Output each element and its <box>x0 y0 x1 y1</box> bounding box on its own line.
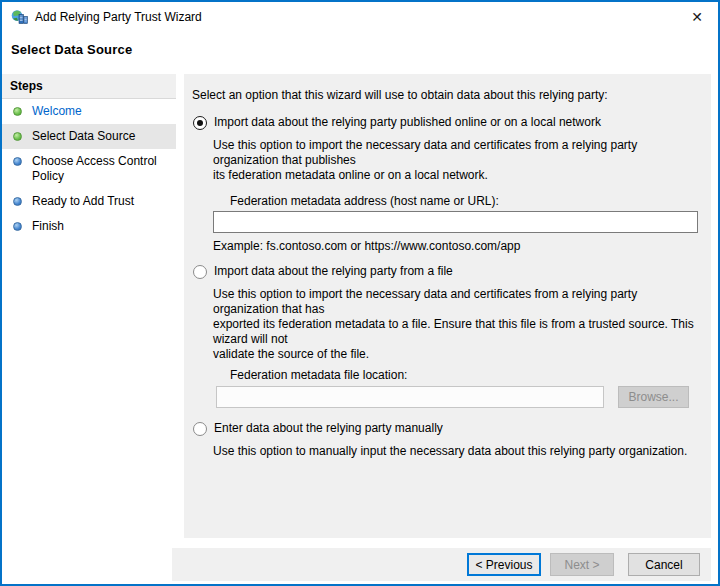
option-description: Use this option to manually input the ne… <box>213 444 703 459</box>
radio-import-online[interactable] <box>193 116 207 130</box>
metadata-address-example: Example: fs.contoso.com or https://www.c… <box>213 239 703 254</box>
metadata-file-input <box>216 386 604 408</box>
cancel-button[interactable]: Cancel <box>628 553 700 576</box>
option-enter-manually[interactable]: Enter data about the relying party manua… <box>192 421 703 436</box>
sidebar-item-welcome[interactable]: Welcome <box>2 99 176 124</box>
data-source-panel: Select an option that this wizard will u… <box>184 74 711 538</box>
step-label: Ready to Add Trust <box>32 194 134 208</box>
radio-enter-manually[interactable] <box>193 422 207 436</box>
metadata-address-input[interactable] <box>213 211 698 233</box>
wizard-window: Add Relying Party Trust Wizard ✕ Select … <box>0 0 720 586</box>
close-icon[interactable]: ✕ <box>687 7 707 27</box>
step-todo-bullet-icon <box>13 197 22 206</box>
metadata-address-label: Federation metadata address (host name o… <box>230 194 703 209</box>
option-import-file[interactable]: Import data about the relying party from… <box>192 264 703 279</box>
wizard-button-bar: < Previous Next > Cancel <box>172 548 711 581</box>
adfs-app-icon <box>11 9 28 25</box>
sidebar-item-choose-access-control-policy: Choose Access Control Policy <box>2 149 176 189</box>
step-done-bullet-icon <box>13 107 22 116</box>
option-label: Enter data about the relying party manua… <box>214 421 443 436</box>
steps-heading: Steps <box>2 74 176 99</box>
option-import-online[interactable]: Import data about the relying party publ… <box>192 115 703 130</box>
option-label: Import data about the relying party publ… <box>214 115 601 130</box>
step-label: Select Data Source <box>32 129 135 143</box>
steps-sidebar: Steps Welcome Select Data Source Choose … <box>2 74 176 582</box>
titlebar: Add Relying Party Trust Wizard ✕ <box>2 2 718 32</box>
metadata-file-label: Federation metadata file location: <box>230 368 703 383</box>
radio-import-file[interactable] <box>193 265 207 279</box>
step-label: Finish <box>32 219 64 233</box>
sidebar-item-ready-to-add-trust: Ready to Add Trust <box>2 189 176 214</box>
previous-button[interactable]: < Previous <box>467 553 541 576</box>
page-title: Select Data Source <box>11 42 132 57</box>
option-label: Import data about the relying party from… <box>214 264 453 279</box>
browse-button: Browse... <box>618 386 689 408</box>
step-done-bullet-icon <box>13 132 22 141</box>
option-description: Use this option to import the necessary … <box>213 287 703 362</box>
sidebar-item-select-data-source: Select Data Source <box>2 124 176 149</box>
step-todo-bullet-icon <box>13 222 22 231</box>
next-button: Next > <box>550 553 614 576</box>
panel-intro-text: Select an option that this wizard will u… <box>192 88 703 103</box>
step-todo-bullet-icon <box>13 157 22 166</box>
step-label: Choose Access Control Policy <box>32 154 157 183</box>
sidebar-item-finish: Finish <box>2 214 176 239</box>
step-label: Welcome <box>32 104 82 118</box>
option-description: Use this option to import the necessary … <box>213 138 703 183</box>
window-title: Add Relying Party Trust Wizard <box>35 10 202 24</box>
metadata-file-row: Browse... <box>216 386 703 408</box>
